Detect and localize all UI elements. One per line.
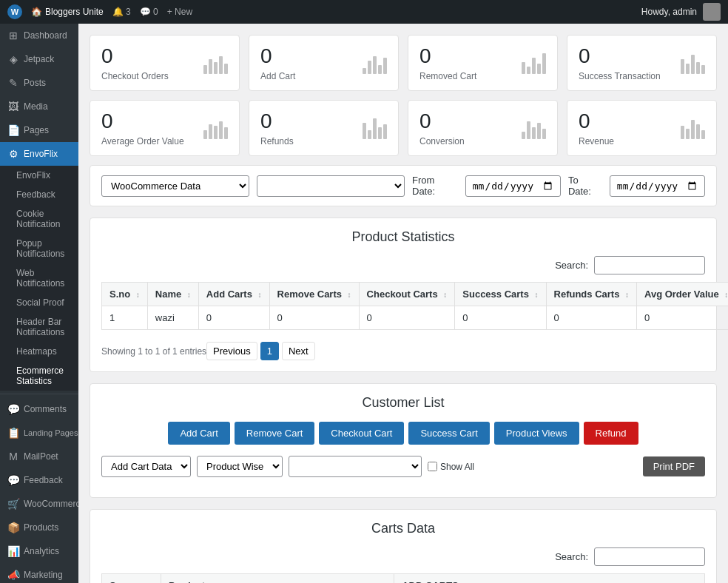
refund-button[interactable]: Refund [584,422,638,445]
conversion-value: 0 [419,109,465,133]
filter-select-2[interactable] [257,175,405,197]
media-icon: 🖼 [7,101,19,112]
product-search-label: Search: [555,260,588,271]
removed-cart-value: 0 [419,44,476,68]
checkout-orders-chart [203,44,228,74]
col-avg-order[interactable]: Avg Order Value ↕ [637,283,729,306]
howdy-text: Howdy, admin [641,3,721,21]
col-sno[interactable]: S.no ↕ [102,283,148,306]
new-button[interactable]: + New [167,7,192,17]
sidebar-submenu-social[interactable]: Social Proof [0,293,78,312]
success-transaction-label: Success Transaction [579,71,661,81]
sidebar-item-feedback[interactable]: 💬 Feedback [0,468,78,492]
table-row: 1 wazi 0 0 0 0 0 0 0% 0 [102,306,729,330]
pages-icon: 📄 [7,124,19,136]
carts-search-input[interactable] [594,547,705,566]
product-stats-pagination: Previous 1 Next [206,342,315,360]
envoflix-icon: ⚙ [7,148,19,160]
filter-row: WooCommerce Data From Date: To Date: [90,165,717,206]
from-date-input[interactable] [465,175,561,197]
sidebar-item-dashboard[interactable]: ⊞ Dashboard [0,24,78,47]
main-content: 0 Checkout Orders 0 Add Cart 0 [78,24,728,583]
sidebar-item-mailpoet[interactable]: M MailPoet [0,445,78,468]
sidebar-item-landing[interactable]: 📋 Landing Pages By PluginOps [0,421,78,445]
customer-filter-row: Add Cart Data Product Wise Show All Prin… [101,456,705,477]
col-name[interactable]: Name ↕ [147,283,198,306]
show-all-checkbox[interactable] [428,462,437,471]
carts-search-label: Search: [555,551,588,562]
col-remove-carts[interactable]: Remove Carts ↕ [269,283,359,306]
print-pdf-button[interactable]: Print PDF [643,456,705,476]
carts-col-product[interactable]: Product ↕ [161,574,394,584]
to-date-input[interactable] [610,175,705,197]
sidebar-submenu-popup[interactable]: Popup Notifications [0,234,78,263]
add-cart-button[interactable]: Add Cart [168,422,229,445]
sidebar-submenu-envoflix[interactable]: EnvoFlix [0,166,78,185]
current-page-btn[interactable]: 1 [260,342,279,360]
carts-col-sno[interactable]: S.no ↕ [102,574,161,584]
stat-avg-order: 0 Average Order Value [90,100,240,156]
col-add-carts[interactable]: Add Carts ↕ [198,283,269,306]
sidebar-submenu-webnotif[interactable]: Web Notifications [0,263,78,293]
sidebar-submenu-feedback[interactable]: Feedback [0,185,78,204]
sidebar-item-jetpack[interactable]: ◈ Jetpack [0,47,78,71]
show-all-label[interactable]: Show All [428,462,474,472]
avg-order-value: 0 [101,109,184,133]
customer-list-section: Customer List Add Cart Remove Cart Check… [90,383,717,498]
success-cart-button[interactable]: Success Cart [408,422,489,445]
sidebar-item-woocommerce[interactable]: 🛒 WooCommerce [0,492,78,516]
refunds-value: 0 [260,109,294,133]
stat-removed-cart: 0 Removed Cart [408,35,558,91]
product-search-input[interactable] [594,256,705,274]
add-cart-chart [363,44,387,74]
remove-cart-button[interactable]: Remove Cart [235,422,315,445]
sidebar-item-media[interactable]: 🖼 Media [0,95,78,118]
col-refunds-carts[interactable]: Refunds Carts ↕ [546,283,636,306]
removed-cart-label: Removed Cart [419,71,476,81]
conversion-label: Conversion [419,136,465,146]
posts-icon: ✎ [7,77,19,89]
col-checkout-carts[interactable]: Checkout Carts ↕ [359,283,455,306]
customer-filter-select-3[interactable] [289,456,422,477]
sidebar-submenu-ecommerce[interactable]: Ecommerce Statistics [0,361,78,391]
revenue-label: Revenue [579,136,614,146]
sidebar-item-comments[interactable]: 💬 Comments [0,397,78,421]
sidebar-item-products[interactable]: 📦 Products [0,516,78,539]
success-transaction-chart [681,44,705,74]
product-stats-title: Product Statistics [101,229,705,245]
removed-cart-chart [522,44,546,74]
carts-col-addcarts[interactable]: ADD CARTS ↕ [394,574,705,584]
checkout-cart-button[interactable]: Checkout Cart [319,422,404,445]
product-wise-select[interactable]: Product Wise [197,456,283,477]
sidebar-item-pages[interactable]: 📄 Pages [0,118,78,142]
sidebar-item-marketing[interactable]: 📣 Marketing [0,563,78,583]
product-views-button[interactable]: Product Views [494,422,579,445]
comment-count[interactable]: 💬 0 [140,7,158,17]
sidebar-submenu-heatmaps[interactable]: Heatmaps [0,342,78,361]
analytics-icon: 📊 [7,545,19,557]
site-name[interactable]: 🏠 Bloggers Unite [31,7,104,17]
add-cart-data-select[interactable]: Add Cart Data [101,456,191,477]
comment-notif[interactable]: 🔔 3 [112,7,131,17]
product-statistics-section: Product Statistics Search: S.no ↕ Name ↕… [90,218,717,372]
products-icon: 📦 [7,522,19,533]
jetpack-icon: ◈ [7,53,19,65]
prev-page-btn[interactable]: Previous [206,342,257,360]
customer-list-title: Customer List [101,395,705,411]
col-success-carts[interactable]: Success Carts ↕ [455,283,546,306]
sidebar: ⊞ Dashboard ◈ Jetpack ✎ Posts 🖼 Media 📄 … [0,24,78,583]
next-page-btn[interactable]: Next [282,342,315,360]
sidebar-item-envoflix[interactable]: ⚙ EnvoFlix [0,142,78,166]
woocommerce-data-select[interactable]: WooCommerce Data [101,175,249,197]
revenue-chart [681,109,705,139]
stats-row-2: 0 Average Order Value 0 Refunds 0 [90,100,717,156]
sidebar-item-posts[interactable]: ✎ Posts [0,71,78,95]
stats-row-1: 0 Checkout Orders 0 Add Cart 0 [90,35,717,91]
add-cart-value: 0 [260,44,295,68]
sidebar-submenu-header[interactable]: Header Bar Notifications [0,312,78,342]
refunds-chart [363,109,387,139]
wp-logo[interactable]: W [7,4,22,19]
product-stats-search-row: Search: [101,256,705,274]
sidebar-submenu-cookie[interactable]: Cookie Notification [0,204,78,234]
sidebar-item-analytics[interactable]: 📊 Analytics [0,539,78,563]
